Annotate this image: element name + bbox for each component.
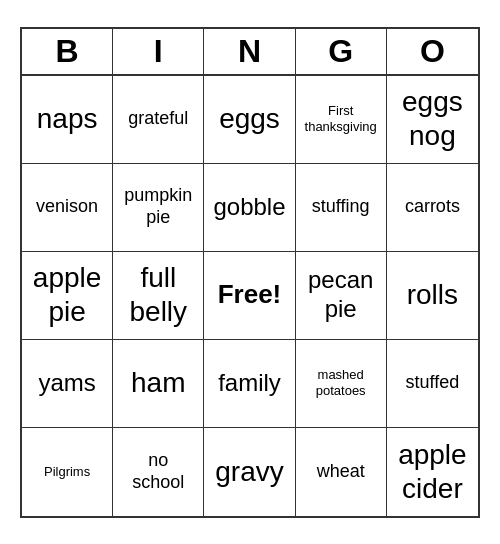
bingo-cell: ham — [113, 340, 204, 428]
cell-text: mashedpotatoes — [316, 367, 366, 398]
bingo-cell: yams — [22, 340, 113, 428]
bingo-cell: mashedpotatoes — [296, 340, 387, 428]
bingo-cell: stuffed — [387, 340, 478, 428]
cell-text: ham — [131, 366, 185, 400]
cell-text: applepie — [33, 261, 102, 328]
cell-text: stuffed — [406, 372, 460, 394]
bingo-cell: eggsnog — [387, 76, 478, 164]
bingo-cell: stuffing — [296, 164, 387, 252]
cell-text: pumpkinpie — [124, 185, 192, 228]
cell-text: stuffing — [312, 196, 370, 218]
bingo-grid: napsgratefuleggsFirstthanksgivingeggsnog… — [22, 76, 478, 516]
cell-text: applecider — [398, 438, 467, 505]
cell-text: gravy — [215, 455, 283, 489]
bingo-cell: pecanpie — [296, 252, 387, 340]
bingo-cell: carrots — [387, 164, 478, 252]
bingo-cell: applecider — [387, 428, 478, 516]
cell-text: carrots — [405, 196, 460, 218]
cell-text: Pilgrims — [44, 464, 90, 480]
cell-text: fullbelly — [129, 261, 187, 328]
bingo-cell: Pilgrims — [22, 428, 113, 516]
cell-text: noschool — [132, 450, 184, 493]
bingo-cell: Firstthanksgiving — [296, 76, 387, 164]
cell-text: eggsnog — [402, 85, 463, 152]
bingo-header: BINGO — [22, 29, 478, 76]
header-letter: B — [22, 29, 113, 74]
cell-text: rolls — [407, 278, 458, 312]
cell-text: Firstthanksgiving — [305, 103, 377, 134]
bingo-cell: pumpkinpie — [113, 164, 204, 252]
bingo-cell: naps — [22, 76, 113, 164]
cell-text: grateful — [128, 108, 188, 130]
bingo-cell: noschool — [113, 428, 204, 516]
header-letter: G — [296, 29, 387, 74]
header-letter: N — [204, 29, 295, 74]
bingo-cell: venison — [22, 164, 113, 252]
bingo-cell: gobble — [204, 164, 295, 252]
cell-text: venison — [36, 196, 98, 218]
bingo-cell: family — [204, 340, 295, 428]
bingo-cell: applepie — [22, 252, 113, 340]
header-letter: I — [113, 29, 204, 74]
cell-text: eggs — [219, 102, 280, 136]
bingo-cell: fullbelly — [113, 252, 204, 340]
bingo-card: BINGO napsgratefuleggsFirstthanksgivinge… — [20, 27, 480, 518]
cell-text: yams — [38, 369, 95, 398]
cell-text: pecanpie — [308, 266, 373, 324]
cell-text: Free! — [218, 279, 282, 310]
header-letter: O — [387, 29, 478, 74]
bingo-cell: eggs — [204, 76, 295, 164]
bingo-cell: grateful — [113, 76, 204, 164]
cell-text: family — [218, 369, 281, 398]
cell-text: gobble — [213, 193, 285, 222]
bingo-cell: gravy — [204, 428, 295, 516]
bingo-cell: rolls — [387, 252, 478, 340]
bingo-cell: wheat — [296, 428, 387, 516]
bingo-cell: Free! — [204, 252, 295, 340]
cell-text: wheat — [317, 461, 365, 483]
cell-text: naps — [37, 102, 98, 136]
